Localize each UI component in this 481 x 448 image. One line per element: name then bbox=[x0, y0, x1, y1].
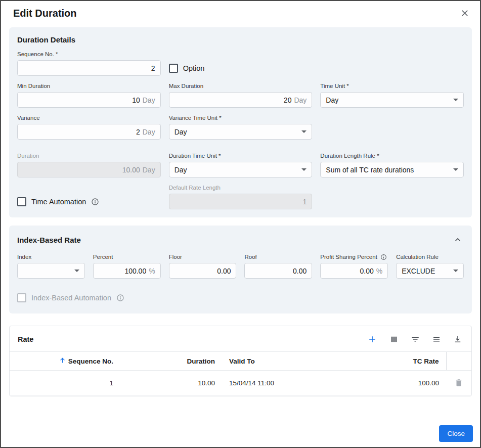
chevron-down-icon bbox=[301, 130, 307, 133]
duration-field-wrap: Duration 10.00 Day bbox=[17, 153, 161, 177]
duration-suffix: Day bbox=[143, 166, 155, 174]
min-duration-suffix: Day bbox=[143, 96, 155, 104]
calculation-rule-select[interactable]: EXCLUDE bbox=[396, 263, 464, 279]
duration-details-title: Duration Details bbox=[17, 35, 464, 44]
max-duration-input[interactable]: 20 Day bbox=[169, 92, 313, 108]
time-automation-checkbox[interactable] bbox=[17, 197, 26, 206]
delete-row-button[interactable] bbox=[453, 377, 464, 388]
calculation-rule-field-wrap: Calculation Rule EXCLUDE bbox=[396, 254, 464, 279]
index-based-automation-row: Index-Based Automation bbox=[17, 290, 464, 305]
max-duration-label: Max Duration bbox=[169, 83, 313, 90]
dialog-title: Edit Duration bbox=[13, 8, 77, 19]
variance-time-unit-label: Variance Time Unit * bbox=[169, 115, 313, 122]
column-header-actions bbox=[446, 352, 471, 371]
info-icon[interactable] bbox=[91, 198, 99, 206]
sequence-no-field-wrap: Sequence No. * 2 bbox=[17, 51, 161, 76]
chevron-up-icon bbox=[453, 239, 463, 246]
time-unit-label: Time Unit * bbox=[320, 83, 464, 90]
column-header-sequence-no[interactable]: Sequence No. bbox=[10, 352, 120, 371]
table-row[interactable]: 1 10.00 15/04/14 11:00 100.00 bbox=[10, 371, 471, 396]
dialog-header: Edit Duration bbox=[1, 1, 480, 23]
sequence-no-value: 2 bbox=[151, 64, 155, 72]
chevron-down-icon bbox=[453, 99, 458, 101]
info-icon[interactable] bbox=[380, 254, 387, 260]
variance-label: Variance bbox=[17, 115, 161, 122]
floor-label: Floor bbox=[169, 254, 237, 261]
edit-duration-dialog: Edit Duration Duration Details Sequence … bbox=[0, 0, 481, 448]
manage-columns-button[interactable] bbox=[388, 334, 400, 345]
columns-icon bbox=[389, 338, 399, 345]
roof-field-wrap: Roof 0.00 bbox=[244, 254, 312, 279]
rate-table-header-row: Sequence No. Duration Valid To TC Rate bbox=[10, 352, 471, 371]
variance-time-unit-field-wrap: Variance Time Unit * Day bbox=[169, 115, 313, 140]
min-duration-label: Min Duration bbox=[17, 83, 161, 90]
sort-asc-icon bbox=[59, 356, 66, 366]
index-based-rate-title: Index-Based Rate bbox=[17, 236, 81, 244]
option-checkbox[interactable] bbox=[169, 64, 178, 73]
duration-value: 10.00 bbox=[122, 166, 140, 174]
collapse-section-button[interactable] bbox=[452, 234, 464, 246]
duration-time-unit-value: Day bbox=[174, 166, 187, 174]
time-unit-value: Day bbox=[326, 96, 338, 104]
filter-button[interactable] bbox=[410, 334, 421, 345]
profit-sharing-percent-value: 0.00 bbox=[360, 267, 373, 275]
dialog-close-button[interactable] bbox=[459, 7, 471, 19]
duration-length-rule-label: Duration Length Rule * bbox=[320, 153, 464, 160]
variance-input[interactable]: 2 Day bbox=[17, 124, 161, 140]
max-duration-field-wrap: Max Duration 20 Day bbox=[169, 83, 313, 108]
variance-time-unit-select[interactable]: Day bbox=[169, 124, 313, 140]
default-rate-length-label: Default Rate Length bbox=[169, 185, 313, 192]
default-rate-length-input: 1 bbox=[169, 194, 313, 209]
roof-label: Roof bbox=[244, 254, 312, 261]
percent-suffix: % bbox=[149, 267, 155, 275]
max-duration-suffix: Day bbox=[294, 96, 307, 104]
column-header-duration[interactable]: Duration bbox=[120, 352, 222, 371]
cell-duration: 10.00 bbox=[120, 371, 222, 396]
chevron-down-icon bbox=[301, 168, 307, 171]
sequence-no-input[interactable]: 2 bbox=[17, 60, 161, 76]
density-button[interactable] bbox=[431, 334, 442, 345]
duration-length-rule-field-wrap: Duration Length Rule * Sum of all TC rat… bbox=[320, 153, 464, 177]
calculation-rule-label: Calculation Rule bbox=[396, 254, 464, 261]
min-duration-field-wrap: Min Duration 10 Day bbox=[17, 83, 161, 108]
column-header-valid-to[interactable]: Valid To bbox=[222, 352, 361, 371]
profit-sharing-percent-label: Profit Sharing Percent bbox=[320, 254, 388, 261]
density-icon bbox=[432, 338, 441, 345]
column-header-tc-rate[interactable]: TC Rate bbox=[361, 352, 446, 371]
duration-input: 10.00 Day bbox=[17, 162, 161, 177]
export-download-button[interactable] bbox=[452, 334, 463, 345]
delete-icon bbox=[454, 381, 463, 389]
index-label: Index bbox=[17, 254, 85, 261]
index-based-rate-panel: Index-Based Rate Index Percent 100.00 % bbox=[9, 226, 472, 313]
time-automation-label: Time Automation bbox=[31, 198, 86, 206]
info-icon[interactable] bbox=[116, 294, 124, 302]
duration-label: Duration bbox=[17, 153, 161, 160]
close-button[interactable]: Close bbox=[439, 425, 473, 442]
profit-sharing-percent-field-wrap: Profit Sharing Percent 0.00 % bbox=[320, 254, 388, 279]
index-field-wrap: Index bbox=[17, 254, 85, 279]
filter-icon bbox=[411, 338, 420, 345]
index-based-automation-label: Index-Based Automation bbox=[31, 294, 111, 302]
index-select[interactable] bbox=[17, 263, 85, 279]
cell-sequence-no: 1 bbox=[10, 371, 120, 396]
profit-sharing-percent-suffix: % bbox=[376, 267, 382, 275]
dialog-footer: Close bbox=[439, 425, 473, 442]
close-icon bbox=[460, 12, 470, 20]
duration-length-rule-select[interactable]: Sum of all TC rate durations bbox=[320, 162, 464, 177]
profit-sharing-percent-input[interactable]: 0.00 % bbox=[320, 263, 388, 279]
cell-tc-rate: 100.00 bbox=[361, 371, 446, 396]
duration-time-unit-select[interactable]: Day bbox=[169, 162, 313, 177]
floor-field-wrap: Floor 0.00 bbox=[169, 254, 237, 279]
duration-length-rule-value: Sum of all TC rate durations bbox=[326, 166, 414, 174]
time-automation-field-wrap: Time Automation bbox=[17, 185, 161, 209]
add-rate-button[interactable] bbox=[366, 333, 378, 345]
floor-value: 0.00 bbox=[217, 267, 231, 275]
variance-value: 2 bbox=[136, 128, 140, 136]
calculation-rule-value: EXCLUDE bbox=[402, 267, 435, 275]
roof-input[interactable]: 0.00 bbox=[244, 263, 312, 279]
percent-input[interactable]: 100.00 % bbox=[93, 263, 161, 279]
floor-input[interactable]: 0.00 bbox=[169, 263, 237, 279]
time-unit-select[interactable]: Day bbox=[320, 92, 464, 108]
percent-field-wrap: Percent 100.00 % bbox=[93, 254, 161, 279]
min-duration-input[interactable]: 10 Day bbox=[17, 92, 161, 108]
